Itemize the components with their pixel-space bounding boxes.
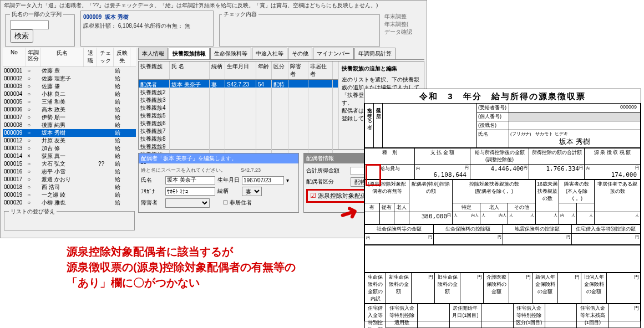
check-legend: チェック内容 xyxy=(222,11,258,18)
kana-value: サカモト ヒデキ xyxy=(535,131,567,136)
sp-income-label: 合計所得金額 xyxy=(306,167,348,175)
dgh-f: 区分 xyxy=(272,62,288,79)
edit-title: 配偶者「坂本 美奈子」を編集します。 xyxy=(139,153,298,163)
list-item[interactable]: 000014×荻原 真一給 xyxy=(3,152,136,160)
h-tax: 源 泉 徴 収 税 額 xyxy=(585,148,641,165)
summary-box xyxy=(364,245,641,273)
list-item[interactable]: 000004○小林 良二給 xyxy=(3,90,136,98)
dg-row[interactable]: 扶養親族3 xyxy=(139,95,338,103)
rel-select[interactable]: 妻 xyxy=(242,187,262,196)
sub-sp: 特定 xyxy=(453,203,480,212)
main-window: 年調データ入力「退」は退職者。「??」は要チェックデータ。「給」は年調計算結果を… xyxy=(0,0,427,238)
role-label: (役職名) xyxy=(477,121,509,130)
tax-total: 課税累計額： 6,108,644 他所得の有無： 無 xyxy=(83,22,211,30)
list-item[interactable]: 000019○一之瀬 綾給 xyxy=(3,191,136,199)
tab-4[interactable]: その他 xyxy=(288,48,312,59)
list-item[interactable]: 000020○小柳 雅也給 xyxy=(3,199,136,206)
list-item[interactable]: 000016○志平 小雪給 xyxy=(3,168,136,176)
kana-input[interactable] xyxy=(165,187,215,196)
search-button[interactable]: 検索 xyxy=(10,29,33,43)
r3c: 地震保険料の控除額 xyxy=(503,225,571,234)
docname-label: 氏名 xyxy=(478,131,508,138)
kana-label: ﾌﾘｶﾞﾅ xyxy=(141,188,163,194)
dg-row[interactable]: 扶養親族8 xyxy=(139,134,338,142)
annotation-text: 源泉控除対象配偶者に該当するが 源泉徴収票の(源泉)控除対象配偶者の有無等の 「… xyxy=(67,244,296,290)
dis-select[interactable] xyxy=(165,198,210,208)
name-input[interactable] xyxy=(165,176,215,184)
search-fieldset: 氏名の一部の文字列 検索 xyxy=(5,11,75,47)
list-item[interactable]: 000012○井原 友美給 xyxy=(3,137,136,145)
sub-oth: その他 xyxy=(508,203,536,212)
deduct-value: 1,766,334 xyxy=(530,165,583,172)
header-note: 年調データ入力「退」は退職者。「??」は要チェックデータ。「給」は年調計算結果を… xyxy=(1,1,427,11)
withholding-slip: 令和 3 年分 給与所得の源泉徴収票 支払を受ける者 住所又は居所 (受給者番号… xyxy=(364,89,641,321)
emp-name: 坂本 秀樹 xyxy=(105,14,129,20)
search-legend: 氏名の一部の文字列 xyxy=(10,11,63,18)
dg-row[interactable]: 扶養親族6 xyxy=(139,119,338,126)
tab-3[interactable]: 中途入社等 xyxy=(252,48,287,59)
list-rows[interactable]: 000001○佐藤 豊給000002○佐藤 理恵子給000003○佐藤 肇給00… xyxy=(3,67,136,206)
tab-0[interactable]: 本人情報 xyxy=(138,48,168,59)
dg-row[interactable]: 扶養親族4 xyxy=(139,103,338,111)
rl-3: データ確認 xyxy=(384,28,423,36)
list-item[interactable]: 000007○伊勢 順一給 xyxy=(3,114,136,121)
h-kb: 年調 区分 xyxy=(26,48,40,66)
name-label: 氏名 xyxy=(141,176,163,184)
dg-row[interactable]: 配偶者坂本 美奈子妻S42.7.2354配特 xyxy=(139,80,338,88)
edit-hint: 姓と名にスペースを入れてください。 S42.7.23 xyxy=(141,167,296,174)
dgh-e: 年齢 xyxy=(256,62,272,79)
dgh-g: 障害者 xyxy=(288,62,308,79)
h-deduct: 所得控除の額の合計額 xyxy=(529,148,585,165)
h-kind: 種 別 xyxy=(365,148,415,165)
chevron-down-icon[interactable]: ▾ xyxy=(286,177,289,183)
list-item[interactable]: 000003○佐藤 肇給 xyxy=(3,83,136,90)
sub-ju: 従有 xyxy=(379,203,394,212)
dg-head: 扶養親族 氏 名 続柄 生年月日 年齢 区分 障害者 非居住者 xyxy=(139,62,338,80)
sort-fieldset: リストの並び替え xyxy=(4,208,135,230)
sub-old2: 老人 xyxy=(480,203,508,212)
dg-rows[interactable]: 配偶者坂本 美奈子妻S42.7.2354配特扶養親族2扶養親族3扶養親族4扶養親… xyxy=(139,80,338,157)
loana: 住宅借入金等特別控除の額の内訳 xyxy=(365,304,386,329)
sort-legend: リストの並び替え xyxy=(9,208,57,216)
dg-row[interactable]: 扶養親族7 xyxy=(139,126,338,134)
list-item[interactable]: 000017○渡邊 かおり給 xyxy=(3,176,136,183)
addr-label: 住所又は居所 xyxy=(375,104,382,110)
dis-label: 障害者 xyxy=(141,199,163,207)
nonres-chk[interactable]: ☐ 非居住者 xyxy=(223,199,252,207)
search-input[interactable] xyxy=(10,20,49,29)
list-item[interactable]: 000002○佐藤 理恵子給 xyxy=(3,75,136,83)
dgh-d: 生年月日 xyxy=(225,62,256,79)
s2f: 非居住者である親族の数 xyxy=(595,180,641,212)
list-item[interactable]: 000018○西 浩司給 xyxy=(3,183,136,191)
dob-label: 生年月日 xyxy=(217,176,240,184)
sub-old: 老人 xyxy=(394,203,409,212)
after-value: 4,446,400 xyxy=(471,165,528,172)
dob-input[interactable] xyxy=(242,176,284,184)
list-item[interactable]: 000006○高木 政美給 xyxy=(3,106,136,114)
tab-2[interactable]: 生命保険料等 xyxy=(210,48,251,59)
list-item[interactable]: 000005○三浦 和美給 xyxy=(3,98,136,106)
spouse-deduct: 380,000 xyxy=(410,213,451,220)
sp-kbn-label: 配偶者区分 xyxy=(306,178,348,186)
dg-row[interactable]: 扶養親族5 xyxy=(139,111,338,119)
tab-1[interactable]: 扶養親族情報 xyxy=(169,48,210,59)
tab-5[interactable]: マイナンバー xyxy=(313,48,354,59)
list-item[interactable]: 000008○後藤 純男給 xyxy=(3,121,136,129)
tab-6[interactable]: 年調簡易計算 xyxy=(354,48,395,59)
name-value: 坂本 秀樹 xyxy=(510,137,639,147)
list-item[interactable]: 000009○坂本 秀樹給 xyxy=(3,129,136,137)
h-nm: 氏名 xyxy=(40,48,84,66)
dg-row[interactable]: 扶養親族2 xyxy=(139,88,338,95)
emp-id: 000009 xyxy=(83,14,102,20)
list-item[interactable]: 000015○大石 弘文??給 xyxy=(3,160,136,168)
r3a: 社会保険料等の金額 xyxy=(365,225,434,234)
edit-dependent: 配偶者「坂本 美奈子」を編集します。 姓と名にスペースを入れてください。 S42… xyxy=(138,153,299,213)
h-no: No xyxy=(3,48,26,66)
list-item[interactable]: 000013○加古 修給 xyxy=(3,145,136,152)
dgh-a: 扶養親族 xyxy=(139,62,170,79)
list-item[interactable]: 000001○佐藤 豊給 xyxy=(3,67,136,75)
no-label: (受給者番号) xyxy=(477,104,509,112)
right-labels: 年末調整 年末調整( データ確認 xyxy=(384,11,423,47)
h-r: 退職 xyxy=(84,48,97,66)
dg-row[interactable]: 扶養親族9 xyxy=(139,142,338,150)
